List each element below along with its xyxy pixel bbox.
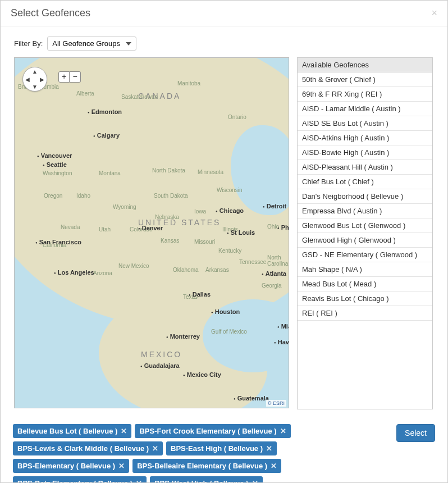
map-region-label: Oregon — [44, 193, 62, 199]
selected-chip: BPS-West High ( Bellevue )✕ — [150, 476, 262, 483]
map-region-label: Alberta — [76, 90, 94, 97]
map-region-label: Georgia — [262, 282, 282, 289]
select-button[interactable]: Select — [396, 424, 435, 442]
map-region-label: Saskatchewan — [121, 94, 158, 100]
map-region-label: Nebraska — [155, 214, 179, 220]
map-region-label: Wyoming — [113, 204, 136, 210]
filter-label: Filter By: — [14, 39, 43, 48]
map-region-label: Nevada — [61, 224, 80, 230]
geofence-list-item[interactable]: Mah Shape ( N/A ) — [298, 262, 432, 277]
pan-down-icon[interactable]: ▼ — [32, 84, 38, 90]
geofence-list-item[interactable]: AISD - Lamar Middle ( Austin ) — [298, 102, 432, 116]
zoom-in-button[interactable]: + — [58, 71, 70, 83]
chip-label: BPS-Betz Elementary ( Bellevue ) — [17, 479, 132, 483]
chip-remove-icon[interactable]: ✕ — [252, 479, 258, 483]
map-city-label: ● Denver — [138, 225, 163, 231]
selected-chip: BPS-Elementary ( Bellevue )✕ — [13, 459, 129, 473]
map[interactable]: CANADAUNITED STATESMEXICO British Columb… — [14, 57, 289, 408]
map-city-label: ● Guadalajara — [140, 362, 180, 369]
map-city-label: ● St Louis — [227, 229, 255, 236]
chip-label: BPS-East High ( Bellevue ) — [171, 444, 263, 453]
map-region-label: Manitoba — [177, 80, 200, 86]
map-region-label: Kentucky — [218, 248, 241, 254]
geofence-list-item[interactable]: Empressa Blvd ( Austin ) — [298, 204, 432, 218]
chip-label: BPS-Fort Crook Elementary ( Bellevue ) — [139, 427, 276, 435]
zoom-out-button[interactable]: − — [70, 71, 81, 83]
geofence-group-select[interactable]: All Geofence Groups — [47, 37, 136, 51]
map-city-label: ● Atlanta — [262, 270, 286, 277]
geofence-list-item[interactable]: Chief Bus Lot ( Chief ) — [298, 175, 432, 189]
chip-remove-icon[interactable]: ✕ — [121, 427, 127, 435]
map-region-label: Arizona — [93, 270, 112, 276]
close-icon[interactable]: × — [431, 7, 437, 19]
map-region-label: North Carolina — [267, 254, 289, 267]
map-region-label: Iowa — [194, 208, 206, 215]
map-city-label: ● Mexico City — [183, 371, 221, 378]
map-city-label: ● Monterrey — [166, 333, 200, 340]
geofence-list-header: Available Geofences — [297, 57, 433, 72]
chip-remove-icon[interactable]: ✕ — [280, 427, 286, 435]
geofence-list-item[interactable]: GSD - NE Elementary ( Glenwood ) — [298, 248, 432, 262]
map-city-label: ● Calgary — [93, 132, 120, 139]
filter-row: Filter By: All Geofence Groups — [14, 37, 434, 51]
map-region-label: South Dakota — [154, 193, 188, 199]
selected-chip: BPS-Betz Elementary ( Bellevue )✕ — [13, 476, 147, 483]
geofence-list-item[interactable]: Dan's Neigborhood ( Bellevue ) — [298, 189, 432, 204]
map-region-label: Utah — [99, 226, 111, 233]
selected-chip: BPS-East High ( Bellevue )✕ — [166, 441, 277, 455]
map-city-label: ● Guatemala — [234, 395, 269, 402]
map-city-label: ● Houston — [211, 308, 240, 315]
map-region-label: Oklahoma — [173, 267, 199, 273]
map-region-label: Idaho — [76, 193, 90, 199]
map-region-label: Kansas — [161, 238, 179, 244]
map-city-label: ● Havana — [274, 339, 289, 345]
pan-up-icon[interactable]: ▲ — [32, 69, 38, 75]
geofence-list-item[interactable]: AISD-Bowie High ( Austin ) — [298, 145, 432, 160]
chip-remove-icon[interactable]: ✕ — [266, 444, 272, 453]
geofence-list-item[interactable]: 50th & Grover ( Chief ) — [298, 72, 432, 87]
map-country-label: MEXICO — [141, 350, 182, 359]
selected-chip: Bellevue Bus Lot ( Bellevue )✕ — [13, 424, 131, 438]
map-region-label: Tennessee — [239, 259, 266, 265]
selected-chips: Bellevue Bus Lot ( Bellevue )✕BPS-Fort C… — [13, 424, 361, 483]
geofence-list-item[interactable]: AISD-Atkins High ( Austin ) — [298, 131, 432, 145]
chip-remove-icon[interactable]: ✕ — [152, 444, 158, 453]
geofence-list-item[interactable]: 69th & F RR Xing ( REI ) — [298, 87, 432, 102]
map-pan-control[interactable]: ▲ ▼ ◀ ▶ — [22, 67, 47, 92]
map-city-label: ● Edmonton — [88, 108, 122, 115]
chip-label: BPS-West High ( Bellevue ) — [154, 479, 248, 483]
map-city-label: ● Seattle — [43, 161, 67, 168]
chip-remove-icon[interactable]: ✕ — [118, 462, 125, 470]
geofence-list-item[interactable]: Reavis Bus Lot ( Chicago ) — [298, 291, 432, 306]
map-region-label: Ontario — [228, 114, 246, 120]
geofence-list-item[interactable]: Glenwood Bus Lot ( Glenwood ) — [298, 218, 432, 233]
chip-label: BPS-Belleaire Elementary ( Bellevue ) — [137, 462, 267, 470]
chip-label: BPS-Elementary ( Bellevue ) — [17, 462, 115, 470]
map-city-label: ● Vancouver — [37, 152, 72, 159]
pan-right-icon[interactable]: ▶ — [40, 76, 44, 83]
geofence-list[interactable]: 50th & Grover ( Chief )69th & F RR Xing … — [297, 72, 433, 409]
map-city-label: ● Dallas — [189, 291, 211, 298]
map-region-label: Washington — [43, 170, 72, 176]
modal-title: Select Geofences — [11, 7, 90, 19]
chip-remove-icon[interactable]: ✕ — [136, 479, 142, 483]
chip-remove-icon[interactable]: ✕ — [271, 462, 277, 470]
geofence-list-panel: Available Geofences 50th & Grover ( Chie… — [297, 57, 433, 409]
geofence-list-item[interactable]: REI ( REI ) — [298, 306, 432, 321]
map-region-label: Montana — [99, 170, 121, 176]
geofence-list-item[interactable]: Mead Bus Lot ( Mead ) — [298, 277, 432, 291]
map-region-label: Gulf of Mexico — [211, 329, 247, 335]
selected-chip: BPS-Lewis & Clark Middle ( Bellevue )✕ — [13, 441, 163, 455]
geofence-list-item[interactable]: AISD SE Bus Lot ( Austin ) — [298, 116, 432, 131]
map-city-label: ● Miam — [277, 323, 289, 330]
geofence-list-item[interactable]: AISD-Pleasant Hill ( Austin ) — [298, 160, 432, 175]
map-city-label: ● Phila — [277, 224, 289, 231]
pan-left-icon[interactable]: ◀ — [25, 76, 30, 83]
map-city-label: ● Los Angeles — [54, 269, 94, 276]
map-region-label: Minnesota — [198, 169, 223, 175]
map-city-label: ● Chicago — [216, 207, 244, 214]
map-city-label: ● San Francisco — [35, 239, 81, 245]
geofence-list-item[interactable]: Glenwood High ( Glenwood ) — [298, 233, 432, 248]
chip-label: Bellevue Bus Lot ( Bellevue ) — [17, 427, 117, 435]
map-region-label: Missouri — [194, 239, 215, 245]
